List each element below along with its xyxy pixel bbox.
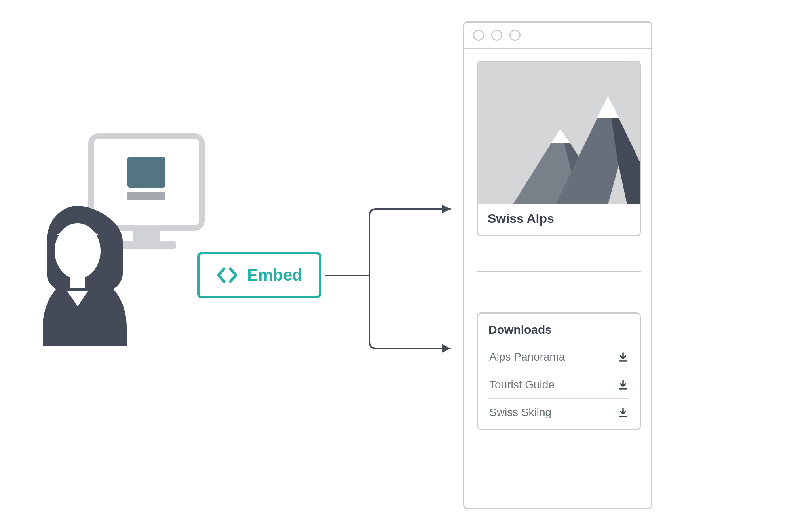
diagram-canvas: Embed <box>0 0 798 532</box>
svg-rect-15 <box>619 388 627 390</box>
card-image <box>478 62 640 204</box>
placeholder-line <box>477 271 641 272</box>
placeholder-line <box>477 258 641 258</box>
svg-rect-1 <box>133 228 160 241</box>
window-control-dot <box>509 30 521 41</box>
download-icon <box>618 379 629 390</box>
card-title: Swiss Alps <box>478 204 640 235</box>
placeholder-line <box>477 285 641 285</box>
download-name: Swiss Skiing <box>489 406 551 419</box>
svg-rect-2 <box>117 241 176 249</box>
download-row[interactable]: Alps Panorama <box>488 344 629 371</box>
asset-card[interactable]: Swiss Alps <box>477 61 641 236</box>
download-icon <box>618 407 629 418</box>
download-name: Tourist Guide <box>489 378 555 391</box>
downloads-panel: Downloads Alps Panorama Tourist Guide Sw… <box>477 312 641 430</box>
mountains-illustration <box>478 62 640 204</box>
window-header <box>464 23 651 49</box>
embed-button[interactable]: Embed <box>197 252 321 298</box>
svg-rect-16 <box>619 416 627 417</box>
window-control-dot <box>491 30 502 41</box>
window-control-dot <box>473 30 484 41</box>
downloads-title: Downloads <box>488 323 629 336</box>
code-icon <box>216 267 238 283</box>
embed-label: Embed <box>247 266 302 285</box>
download-icon <box>618 352 629 363</box>
svg-rect-4 <box>127 192 165 200</box>
flow-arrows <box>321 198 460 356</box>
user-at-computer-icon <box>40 132 202 346</box>
svg-rect-14 <box>619 360 627 362</box>
download-row[interactable]: Tourist Guide <box>488 371 629 399</box>
svg-rect-6 <box>70 275 85 288</box>
svg-rect-3 <box>127 157 165 188</box>
download-row[interactable]: Swiss Skiing <box>488 399 629 426</box>
download-name: Alps Panorama <box>489 351 565 363</box>
browser-window: Swiss Alps Downloads Alps Panorama Touri… <box>463 21 652 509</box>
